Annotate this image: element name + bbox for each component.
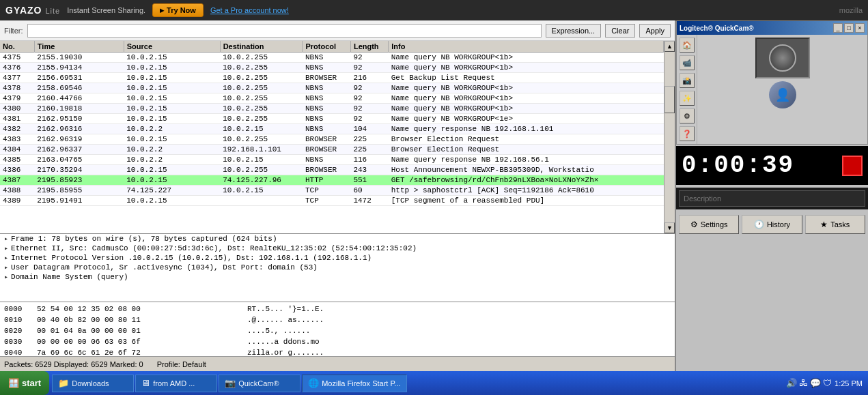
scroll-down-button[interactable]: ▼ bbox=[664, 222, 675, 233]
settings-button[interactable]: ⚙ Settings bbox=[679, 215, 739, 234]
cell-no: 4383 bbox=[0, 134, 34, 145]
scroll-up-button[interactable]: ▲ bbox=[664, 41, 675, 52]
cell-dst: 10.0.2.255 bbox=[220, 73, 303, 83]
quickcam-help-button[interactable]: ❓ bbox=[680, 126, 695, 141]
quickcam-photo-button[interactable]: 📸 bbox=[680, 73, 695, 88]
table-row[interactable]: 43872195.8592310.0.2.1574.125.227.96HTTP… bbox=[0, 175, 664, 186]
cell-len: 92 bbox=[350, 104, 388, 114]
network-icon[interactable]: 🖧 bbox=[799, 378, 808, 388]
cell-src: 10.0.2.15 bbox=[124, 134, 220, 145]
cell-src: 10.0.2.15 bbox=[124, 196, 220, 206]
expression-button[interactable]: Expression... bbox=[546, 24, 602, 38]
history-button[interactable]: 🕐 History bbox=[742, 215, 802, 234]
chat-icon[interactable]: 💬 bbox=[810, 378, 821, 388]
cell-dst: 10.0.2.15 bbox=[220, 124, 303, 134]
timer-description-input[interactable] bbox=[679, 190, 865, 207]
scroll-thumb[interactable] bbox=[664, 86, 675, 113]
table-row[interactable]: 43852163.0476510.0.2.210.0.2.15NBNS116Na… bbox=[0, 155, 664, 165]
cell-no: 4384 bbox=[0, 145, 34, 155]
cell-time: 2162.95150 bbox=[34, 114, 124, 124]
taskbar-item-quickcam[interactable]: 📷 QuickCam® bbox=[219, 375, 300, 392]
cell-src: 74.125.227 bbox=[124, 186, 220, 196]
packet-tbody: 43752155.1903010.0.2.1510.0.2.255NBNS92N… bbox=[0, 53, 664, 206]
tasks-button[interactable]: ★ Tasks bbox=[805, 215, 865, 234]
expand-icon: ▸ bbox=[4, 254, 8, 262]
clear-button[interactable]: Clear bbox=[605, 24, 635, 38]
cell-no: 4389 bbox=[0, 196, 34, 206]
hex-row: 002000 01 04 0a 00 00 00 01....5., .....… bbox=[4, 325, 671, 336]
cell-info: Browser Election Request bbox=[389, 145, 664, 155]
cell-time: 2155.94134 bbox=[34, 63, 124, 73]
table-row[interactable]: 43832162.9631910.0.2.1510.0.2.255BROWSER… bbox=[0, 134, 664, 145]
table-row[interactable]: 43782158.6954610.0.2.1510.0.2.255NBNS92N… bbox=[0, 83, 664, 93]
ws-profile: Profile: Default bbox=[157, 360, 206, 368]
hex-offset: 0010 bbox=[4, 314, 31, 325]
detail-row[interactable]: ▸Frame 1: 78 bytes on wire (s), 78 bytes… bbox=[0, 234, 675, 244]
cell-proto: NBNS bbox=[303, 114, 350, 124]
table-row[interactable]: 43762155.9413410.0.2.1510.0.2.255NBNS92N… bbox=[0, 63, 664, 73]
table-row[interactable]: 43822162.9631610.0.2.210.0.2.15NBNS104Na… bbox=[0, 124, 664, 134]
detail-panel: ▸Frame 1: 78 bytes on wire (s), 78 bytes… bbox=[0, 233, 675, 302]
cell-proto: NBNS bbox=[303, 63, 350, 73]
quickcam-minimize-button[interactable]: _ bbox=[833, 23, 843, 33]
timer-stop-button[interactable] bbox=[842, 156, 863, 176]
cell-time: 2195.91491 bbox=[34, 196, 124, 206]
table-row[interactable]: 43892195.9149110.0.2.15TCP1472[TCP segme… bbox=[0, 196, 664, 206]
col-header-length: Length bbox=[350, 41, 388, 53]
quickcam-settings-button[interactable]: ⚙ bbox=[680, 108, 695, 123]
cell-proto: BROWSER bbox=[303, 165, 350, 175]
hex-ascii: RT..5... '}=1..E. bbox=[247, 304, 324, 314]
quickcam-taskbar-icon: 📷 bbox=[225, 378, 236, 388]
table-row[interactable]: 43752155.1903010.0.2.1510.0.2.255NBNS92N… bbox=[0, 53, 664, 63]
start-button[interactable]: 🪟 start bbox=[0, 371, 49, 395]
cell-info: Name query response NB 192.168.56.1 bbox=[389, 155, 664, 165]
table-row[interactable]: 43772156.6953110.0.2.1510.0.2.255BROWSER… bbox=[0, 73, 664, 83]
col-header-destination: Destination bbox=[220, 41, 303, 53]
cell-proto: BROWSER bbox=[303, 134, 350, 145]
volume-icon[interactable]: 🔊 bbox=[786, 378, 797, 388]
cell-time: 2170.35294 bbox=[34, 165, 124, 175]
taskbar-item-firefox[interactable]: 🌐 Mozilla Firefox Start P... bbox=[302, 375, 406, 392]
cell-len: 116 bbox=[350, 155, 388, 165]
cell-src: 10.0.2.15 bbox=[124, 114, 220, 124]
cell-src: 10.0.2.2 bbox=[124, 145, 220, 155]
table-row[interactable]: 43792160.4476610.0.2.1510.0.2.255NBNS92N… bbox=[0, 93, 664, 104]
detail-row[interactable]: ▸Domain Name System (query) bbox=[0, 272, 675, 282]
detail-text: Frame 1: 78 bytes on wire (s), 78 bytes … bbox=[11, 235, 277, 243]
table-row[interactable]: 43842162.9633710.0.2.2192.168.1.101BROWS… bbox=[0, 145, 664, 155]
table-row[interactable]: 43882195.8595574.125.22710.0.2.15TCP60ht… bbox=[0, 186, 664, 196]
expand-icon: ▸ bbox=[4, 244, 8, 252]
try-now-button[interactable]: Try Now bbox=[152, 3, 204, 17]
detail-row[interactable]: ▸Ethernet II, Src: CadmusCo (00:00:27:5d… bbox=[0, 244, 675, 253]
quickcam-close-button[interactable]: × bbox=[855, 23, 865, 33]
quickcam-body: 🏠 📹 📸 ✨ ⚙ ❓ 👤 bbox=[677, 35, 867, 144]
cell-no: 4376 bbox=[0, 63, 34, 73]
quickcam-maximize-button[interactable]: □ bbox=[844, 23, 854, 33]
cell-proto: NBNS bbox=[303, 155, 350, 165]
detail-row[interactable]: ▸User Datagram Protocol, Sr .activesync … bbox=[0, 263, 675, 272]
history-label: History bbox=[767, 220, 790, 229]
apply-button[interactable]: Apply bbox=[639, 24, 671, 38]
cell-info: Browser Election Request bbox=[389, 134, 664, 145]
table-row[interactable]: 43812162.9515010.0.2.1510.0.2.255NBNS92N… bbox=[0, 114, 664, 124]
detail-text: Domain Name System (query) bbox=[11, 273, 128, 281]
tasks-label: Tasks bbox=[830, 220, 850, 229]
taskbar-item-downloads[interactable]: 📁 Downloads bbox=[52, 375, 134, 392]
packet-scrollbar[interactable]: ▲ ▼ bbox=[664, 41, 675, 233]
quickcam-video-button[interactable]: 📹 bbox=[680, 55, 695, 70]
table-row[interactable]: 43862170.3529410.0.2.1510.0.2.255BROWSER… bbox=[0, 165, 664, 175]
filter-input[interactable] bbox=[27, 24, 542, 38]
hex-panel: 000052 54 00 12 35 02 08 00RT..5... '}=1… bbox=[0, 302, 675, 356]
cell-no: 4386 bbox=[0, 165, 34, 175]
cell-info: Host Announcement NEWXP-BB305309D, Works… bbox=[389, 165, 664, 175]
col-header-info: Info bbox=[389, 41, 664, 53]
quickcam-effects-button[interactable]: ✨ bbox=[680, 91, 695, 106]
pro-link[interactable]: Get a Pro account now! bbox=[210, 6, 289, 14]
cell-len: 216 bbox=[350, 73, 388, 83]
taskbar-item-amd[interactable]: 🖥 from AMD ... bbox=[135, 375, 217, 392]
detail-row[interactable]: ▸Internet Protocol Version .10.0.2.15 (1… bbox=[0, 253, 675, 263]
hex-offset: 0020 bbox=[4, 325, 31, 336]
table-row[interactable]: 43802160.1981810.0.2.1510.0.2.255NBNS92N… bbox=[0, 104, 664, 114]
quickcam-home-button[interactable]: 🏠 bbox=[680, 38, 695, 53]
security-icon[interactable]: 🛡 bbox=[823, 378, 832, 388]
